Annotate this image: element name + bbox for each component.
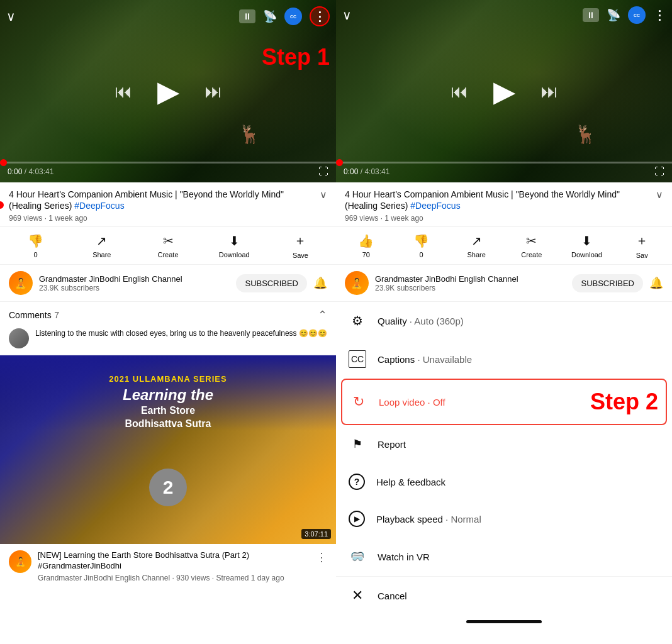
dislike-button[interactable]: 👎 0 — [3, 233, 69, 258]
save-button[interactable]: ＋ Save — [267, 232, 333, 259]
cancel-icon: ✕ — [349, 587, 366, 604]
right-like-button[interactable]: 👍 70 — [339, 233, 394, 258]
rec-series-text: 2021 ULLAMBANA SERIES Learning the Earth… — [13, 374, 323, 430]
right-create-label: Create — [521, 251, 542, 258]
right-video-deer: 🦌 — [574, 124, 596, 145]
progress-dot — [0, 159, 7, 166]
right-collapse-icon[interactable]: ∨ — [342, 8, 352, 23]
comments-title-area: Comments 7 — [9, 309, 59, 321]
right-like-label: 70 — [362, 251, 370, 258]
menu-item-help[interactable]: ? Help & feedback — [336, 464, 672, 501]
right-channel-actions: SUBSCRIBED 🔔 — [572, 274, 663, 292]
video-info-collapse[interactable]: ∨ — [320, 189, 327, 201]
quality-label: Quality · Auto (360p) — [378, 316, 659, 326]
right-channel-name[interactable]: Grandmaster JinBodhi English Channel — [375, 274, 572, 284]
progress-bar-container[interactable] — [0, 162, 336, 164]
menu-item-cancel[interactable]: ✕ Cancel — [336, 576, 672, 615]
menu-item-vr[interactable]: 🥽 Watch in VR — [336, 538, 672, 576]
collapse-icon[interactable]: ∨ — [6, 9, 16, 24]
step1-label: Step 1 — [262, 44, 330, 70]
video-title-row: 4 Hour Heart's Companion Ambient Music |… — [9, 189, 327, 211]
channel-name[interactable]: Grandmaster JinBodhi English Channel — [39, 274, 236, 284]
right-video-title: 4 Hour Heart's Companion Ambient Music |… — [345, 189, 651, 211]
right-progress-bar-container[interactable] — [336, 162, 672, 164]
menu-item-captions[interactable]: CC Captions · Unavailable — [336, 340, 672, 379]
channel-avatar[interactable]: 🧘 — [9, 271, 33, 295]
right-notification-bell-icon[interactable]: 🔔 — [649, 276, 663, 290]
previous-button[interactable]: ⏮ — [115, 81, 132, 102]
left-video-player[interactable]: 🦌 ∨ ⏸ 📡 CC ⋮ Step 1 ⏮ ▶ ⏭ 0:00 — [0, 0, 336, 182]
video-meta: 969 views · 1 week ago — [9, 214, 327, 223]
right-action-bar: 👍 70 👎 0 ↗ Share ✂ Create ⬇ Download ＋ S… — [336, 227, 672, 265]
menu-item-report[interactable]: ⚑ Report — [336, 425, 672, 464]
help-icon: ? — [349, 474, 365, 490]
right-video-top-right: ⏸ 📡 CC ⋮ — [583, 6, 666, 24]
share-label: Share — [92, 251, 111, 258]
create-button[interactable]: ✂ Create — [135, 233, 201, 258]
right-share-label: Share — [468, 251, 486, 258]
right-more-icon[interactable]: ⋮ — [653, 8, 666, 23]
menu-item-quality[interactable]: ⚙ Quality · Auto (360p) — [336, 302, 672, 340]
share-button[interactable]: ↗ Share — [69, 233, 135, 258]
comments-collapse-icon[interactable]: ⌃ — [318, 308, 327, 322]
download-button[interactable]: ⬇ Download — [201, 233, 267, 258]
download-label: Download — [219, 251, 250, 258]
right-video-time: 0:00 / 4:03:41 — [344, 167, 389, 176]
right-subscribed-button[interactable]: SUBSCRIBED — [572, 274, 643, 292]
right-next-button[interactable]: ⏭ — [540, 81, 558, 102]
right-pause-button[interactable]: ⏸ — [583, 8, 599, 22]
right-cast-icon[interactable]: 📡 — [607, 8, 620, 22]
right-create-icon: ✂ — [526, 233, 537, 248]
next-button[interactable]: ⏭ — [204, 81, 222, 102]
right-download-button[interactable]: ⬇ Download — [559, 233, 615, 258]
rec-thumbnail[interactable]: 2021 ULLAMBANA SERIES Learning the Earth… — [0, 355, 336, 544]
cast-icon[interactable]: 📡 — [263, 9, 277, 23]
right-video-info-collapse[interactable]: ∨ — [656, 189, 663, 201]
rec-channel-avatar[interactable]: 🧘 — [9, 550, 31, 573]
share-icon: ↗ — [96, 233, 107, 248]
right-create-button[interactable]: ✂ Create — [504, 233, 559, 258]
right-video-meta: 969 views · 1 week ago — [345, 214, 663, 223]
comment-item: Listening to the music with closed eyes,… — [9, 328, 327, 348]
right-save-button[interactable]: ＋ Sav — [614, 232, 669, 259]
right-play-button[interactable]: ▶ — [493, 74, 515, 108]
video-bottom-bar: 0:00 / 4:03:41 ⛶ — [0, 166, 336, 177]
left-video-info: 4 Hour Heart's Companion Ambient Music |… — [0, 182, 336, 227]
rec-meta: Grandmaster JinBodhi English Channel · 9… — [38, 574, 310, 582]
rec-channel-row: 🧘 [NEW] Learning the Earth Store Bodhisa… — [0, 544, 336, 589]
rec-series-title: 2021 ULLAMBANA SERIES — [13, 374, 323, 384]
fullscreen-icon[interactable]: ⛶ — [318, 166, 328, 177]
pause-button[interactable]: ⏸ — [239, 9, 255, 23]
left-channel-row: 🧘 Grandmaster JinBodhi English Channel 2… — [0, 265, 336, 302]
video-title: 4 Hour Heart's Companion Ambient Music |… — [9, 189, 315, 211]
quality-icon: ⚙ — [349, 312, 366, 330]
loop-icon: ↻ — [350, 393, 367, 411]
video-top-bar: ∨ ⏸ 📡 CC ⋮ — [0, 6, 336, 26]
notification-bell-icon[interactable]: 🔔 — [313, 276, 327, 290]
menu-item-playback[interactable]: ▶ Playback speed · Normal — [336, 501, 672, 538]
right-share-button[interactable]: ↗ Share — [449, 233, 504, 258]
bottom-home-indicator — [466, 620, 542, 623]
right-previous-button[interactable]: ⏮ — [451, 81, 468, 102]
channel-actions: SUBSCRIBED 🔔 — [236, 274, 327, 292]
rec-title-line3: Bodhisattva Sutra — [13, 418, 323, 431]
right-video-top-bar: ∨ ⏸ 📡 CC ⋮ — [336, 6, 672, 24]
cancel-label: Cancel — [378, 591, 659, 601]
right-cc-badge: CC — [628, 6, 646, 24]
play-button[interactable]: ▶ — [157, 74, 179, 108]
right-video-bottom-bar: 0:00 / 4:03:41 ⛶ — [336, 166, 672, 177]
more-options-button[interactable]: ⋮ — [310, 6, 330, 26]
rec-title-line1: Learning the — [13, 386, 323, 404]
right-download-label: Download — [571, 251, 602, 258]
right-fullscreen-icon[interactable]: ⛶ — [654, 166, 664, 177]
recommendation-section: 2021 ULLAMBANA SERIES Learning the Earth… — [0, 355, 336, 644]
subscribed-button[interactable]: SUBSCRIBED — [236, 274, 307, 292]
rec-more-icon[interactable]: ⋮ — [316, 550, 327, 564]
rec-title[interactable]: [NEW] Learning the Earth Store Bodhisatt… — [38, 550, 310, 572]
right-dislike-button[interactable]: 👎 0 — [394, 233, 449, 258]
right-video-player[interactable]: 🦌 ∨ ⏸ 📡 CC ⋮ ⏮ ▶ ⏭ 0:00 / — [336, 0, 672, 182]
left-panel: 🦌 ∨ ⏸ 📡 CC ⋮ Step 1 ⏮ ▶ ⏭ 0:00 — [0, 0, 336, 644]
menu-item-loop[interactable]: ↻ Loop video · Off Step 2 — [341, 379, 667, 425]
right-channel-avatar[interactable]: 🧘 — [345, 271, 369, 295]
right-download-icon: ⬇ — [581, 233, 592, 248]
